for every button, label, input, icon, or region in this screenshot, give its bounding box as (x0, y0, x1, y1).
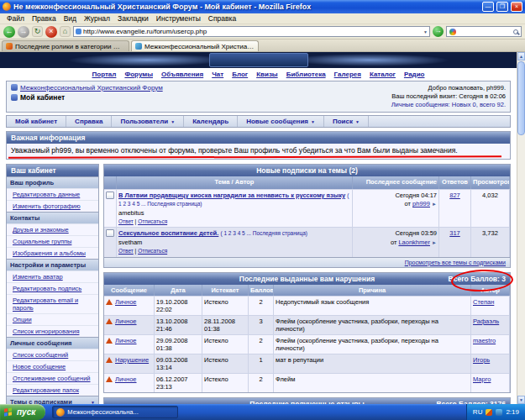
start-button[interactable]: пуск (0, 404, 45, 420)
security-tray-icon[interactable] (486, 409, 492, 416)
sidebar-item-new-message[interactable]: Новое сообщение (7, 360, 98, 372)
infraction-message-link[interactable]: Нарушение (115, 356, 149, 364)
unsubscribe-link[interactable]: Отписаться (138, 218, 167, 224)
forward-button[interactable]: → (18, 26, 29, 38)
sidebar-section-private-messages[interactable]: Личные сообщения (7, 337, 98, 349)
nav-library[interactable]: Библиотека (286, 71, 326, 78)
menu-history[interactable]: Журнал (81, 13, 113, 24)
infraction-points: 1 (249, 354, 274, 373)
goto-lastpost-icon[interactable]: ► (432, 240, 437, 245)
vertical-scrollbar[interactable]: ▲ ▼ (517, 52, 525, 404)
sidebar-item-albums[interactable]: Изображения и альбомы (7, 247, 98, 259)
menu-new-posts[interactable]: Новые сообщения▼ (238, 116, 324, 127)
nav-portal[interactable]: Портал (92, 71, 117, 78)
sidebar-item-social-groups[interactable]: Социальные группы (7, 235, 98, 247)
sidebar-item-message-list[interactable]: Список сообщений (7, 349, 98, 360)
menu-help-forum[interactable]: Справка (66, 116, 112, 127)
url-dropdown-icon[interactable]: ▼ (423, 29, 428, 34)
thread-title-link[interactable]: В Латвии продавщицу киоска наградили за … (118, 192, 345, 199)
menu-view[interactable]: Вид (60, 13, 80, 24)
sidebar-item-message-tracking[interactable]: Отслеживание сообщений (7, 372, 98, 384)
infraction-message-link[interactable]: Личное (115, 298, 137, 306)
menu-help[interactable]: Справка (205, 13, 239, 24)
stop-button[interactable]: × (45, 26, 57, 38)
menu-file[interactable]: Файл (3, 13, 28, 24)
nav-forums[interactable]: Форумы (124, 71, 153, 78)
tab-forum[interactable]: Межконфессиональный Христианск... (131, 40, 259, 51)
sidebar-section-profile[interactable]: Ваш профиль (7, 176, 98, 188)
scrollbar-thumb[interactable] (517, 61, 525, 135)
goto-lastpost-icon[interactable]: ► (432, 202, 437, 207)
sidebar-item-email-password[interactable]: Редактировать email и пароль (7, 294, 98, 313)
nav-quiz[interactable]: Квизы (256, 71, 278, 78)
sidebar-section-contacts[interactable]: Контакты (7, 212, 98, 223)
reload-button[interactable]: ↻ (32, 26, 43, 37)
column-replies: Ответов (439, 176, 471, 189)
taskbar-task-firefox[interactable]: Межконфессиональна... (52, 406, 178, 418)
thread-pages[interactable]: ( 1 2 3 4 5 ... Последняя страница) (220, 230, 307, 236)
nav-ads[interactable]: Объявления (161, 71, 203, 78)
scroll-down-button[interactable]: ▼ (517, 396, 525, 404)
search-box[interactable] (446, 26, 522, 37)
banner-wing-left (65, 54, 230, 66)
page-icon (11, 94, 18, 101)
replies-count-link[interactable]: 317 (449, 229, 460, 237)
sidebar-item-options[interactable]: Опции (7, 313, 98, 325)
usercp-main: Новые подписки на темы (2) Тема / Автор … (103, 164, 511, 404)
menu-edit[interactable]: Правка (29, 13, 60, 24)
infraction-author-link[interactable]: Марго (473, 375, 491, 383)
sidebar-item-edit-photo[interactable]: Изменить фотографию (7, 200, 98, 212)
sidebar-item-avatar[interactable]: Изменить аватар (7, 270, 98, 282)
tab-label: Межконфессиональный Христианск... (144, 43, 255, 50)
nav-catalog[interactable]: Каталог (370, 71, 396, 78)
infraction-author-link[interactable]: maestro (473, 337, 496, 344)
private-messages-summary[interactable]: Личные сообщения: Новых 0, всего 92. (391, 101, 506, 109)
url-input[interactable] (83, 28, 422, 35)
sidebar-section-subscriptions[interactable]: Темы с подписками▼ (7, 396, 98, 404)
lastpost-user-link[interactable]: ph999 (412, 200, 430, 207)
sidebar-section-settings[interactable]: Настройки и параметры (7, 259, 98, 270)
infraction-message-link[interactable]: Личное (115, 375, 137, 383)
column-expires: Истекает (202, 285, 249, 296)
unsubscribe-link[interactable]: Отписаться (138, 248, 167, 254)
network-tray-icon[interactable] (496, 409, 502, 416)
menu-calendar[interactable]: Календарь (184, 116, 238, 127)
go-button[interactable]: → (433, 26, 444, 37)
sidebar-item-signature[interactable]: Редактировать подпись (7, 282, 98, 294)
breadcrumb-root-link[interactable]: Межконфессиональный Христианский Форум (20, 84, 163, 92)
sidebar-item-edit-details[interactable]: Редактировать данные (7, 188, 98, 200)
infraction-author-link[interactable]: Игорь (473, 356, 490, 364)
infraction-message-link[interactable]: Личное (115, 318, 137, 325)
lastpost-user-link[interactable]: Laonkhmer (398, 239, 430, 246)
sidebar-item-friends[interactable]: Друзья и знакомые (7, 223, 98, 235)
replies-count-link[interactable]: 827 (449, 192, 460, 199)
language-indicator[interactable]: RU (473, 408, 483, 416)
menu-usercp[interactable]: Мой кабинет (7, 116, 66, 127)
infraction-author-link[interactable]: Степан (473, 298, 494, 306)
sidebar-item-edit-folders[interactable]: Редактирование папок (7, 384, 98, 396)
close-button[interactable]: × (511, 2, 522, 12)
browser-nav-toolbar: ← → ↻ × ⌂ ▼ → (0, 24, 525, 39)
scroll-up-button[interactable]: ▲ (517, 52, 525, 60)
menu-members[interactable]: Пользователи▼ (112, 116, 184, 127)
sidebar-item-ignore-list[interactable]: Список игнорирования (7, 325, 98, 337)
infraction-author-link[interactable]: Рафаэль (473, 318, 499, 325)
maximize-button[interactable]: ❐ (496, 2, 508, 12)
reply-link[interactable]: Ответ (118, 218, 134, 224)
view-all-subscriptions-link[interactable]: Просмотреть все темы с подписками (405, 260, 506, 265)
nav-gallery[interactable]: Галерея (334, 71, 361, 78)
infraction-message-link[interactable]: Личное (115, 337, 137, 344)
nav-blog[interactable]: Блог (232, 71, 248, 78)
reply-link[interactable]: Ответ (118, 248, 134, 254)
menu-search[interactable]: Поиск▼ (324, 116, 369, 127)
back-button[interactable]: ← (3, 26, 15, 38)
infraction-points: 2 (249, 335, 274, 354)
tab-videos[interactable]: Последние ролики в категории Юмо... (2, 40, 129, 51)
menu-bookmarks[interactable]: Закладки (114, 13, 152, 24)
nav-radio[interactable]: Радио (404, 71, 425, 78)
menu-tools[interactable]: Инструменты (153, 13, 204, 24)
thread-title-link[interactable]: Сексуальное воспитание детей. (118, 229, 218, 237)
home-button[interactable]: ⌂ (60, 26, 71, 37)
minimize-button[interactable]: — (482, 2, 494, 12)
nav-chat[interactable]: Чат (212, 71, 223, 78)
